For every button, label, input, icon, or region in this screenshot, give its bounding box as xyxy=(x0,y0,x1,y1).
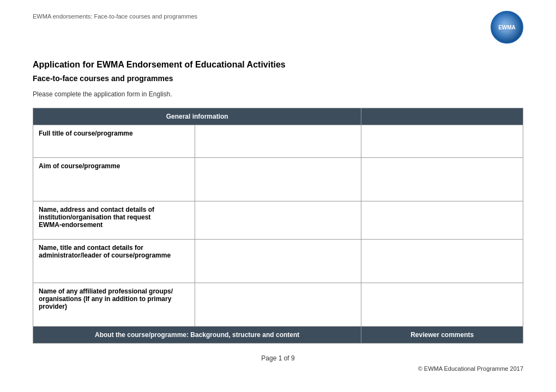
section1-header: General information xyxy=(33,108,361,125)
logo-text: EWMA xyxy=(498,24,516,30)
instruction-text: Please complete the application form in … xyxy=(33,90,523,98)
page-footer: Page 1 of 9 xyxy=(33,354,523,362)
header-bar: EWMA endorsements: Face-to-face courses … xyxy=(33,11,523,44)
row-label-aim: Aim of course/programme xyxy=(33,158,195,201)
row-label-admin: Name, title and contact details for admi… xyxy=(33,240,195,283)
section2-header-row: About the course/programme: Background, … xyxy=(33,327,523,344)
breadcrumb: EWMA endorsements: Face-to-face courses … xyxy=(33,13,197,20)
section1-header-right xyxy=(361,108,523,125)
row-content-institution[interactable] xyxy=(195,201,361,240)
table-row: Name of any affiliated professional grou… xyxy=(33,283,523,327)
row-content-admin[interactable] xyxy=(195,240,361,283)
table-row: Name, address and contact details of ins… xyxy=(33,201,523,240)
page-number: Page 1 of 9 xyxy=(261,354,294,362)
general-info-table: General information Full title of course… xyxy=(33,108,523,344)
ewma-logo: EWMA xyxy=(491,11,523,44)
table-row: Name, title and contact details for admi… xyxy=(33,240,523,283)
row-reviewer-title[interactable] xyxy=(361,125,523,158)
table-row: Full title of course/programme xyxy=(33,125,523,158)
table-row: Aim of course/programme xyxy=(33,158,523,201)
row-content-affiliated[interactable] xyxy=(195,283,361,327)
sub-title: Face-to-face courses and programmes xyxy=(33,74,523,83)
page-container: EWMA endorsements: Face-to-face courses … xyxy=(0,0,556,392)
row-label-title: Full title of course/programme xyxy=(33,125,195,158)
row-reviewer-admin[interactable] xyxy=(361,240,523,283)
section2-header: About the course/programme: Background, … xyxy=(33,327,361,344)
row-content-title[interactable] xyxy=(195,125,361,158)
row-label-affiliated: Name of any affiliated professional grou… xyxy=(33,283,195,327)
row-reviewer-institution[interactable] xyxy=(361,201,523,240)
row-content-aim[interactable] xyxy=(195,158,361,201)
main-title: Application for EWMA Endorsement of Educ… xyxy=(33,60,523,70)
copyright: © EWMA Educational Programme 2017 xyxy=(33,365,523,372)
row-label-institution: Name, address and contact details of ins… xyxy=(33,201,195,240)
section2-reviewer-header: Reviewer comments xyxy=(361,327,523,344)
row-reviewer-aim[interactable] xyxy=(361,158,523,201)
row-reviewer-affiliated[interactable] xyxy=(361,283,523,327)
